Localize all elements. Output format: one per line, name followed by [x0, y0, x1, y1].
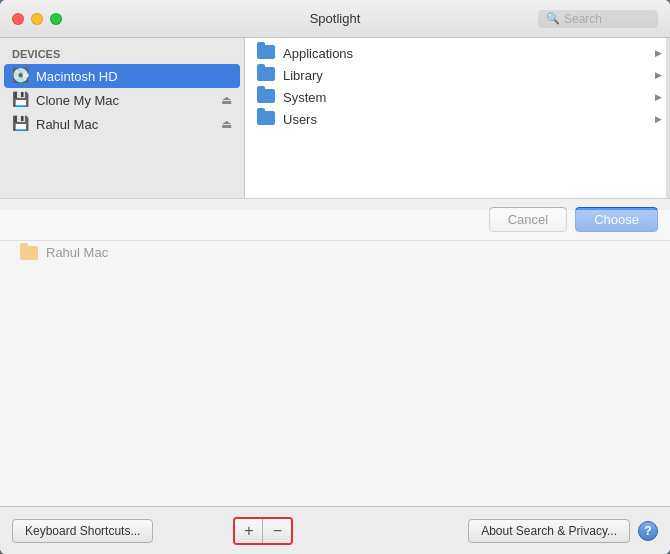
spotlight-search-placeholder: Search: [564, 12, 602, 26]
dialog-sidebar-item-clone-my-mac[interactable]: 💾 Clone My Mac ⏏: [4, 88, 240, 112]
spotlight-search-box[interactable]: 🔍 Search: [538, 10, 658, 28]
keyboard-shortcuts-button[interactable]: Keyboard Shortcuts...: [12, 519, 153, 543]
file-label: Users: [283, 112, 317, 127]
about-search-privacy-button[interactable]: About Search & Privacy...: [468, 519, 630, 543]
dialog-file-item-library[interactable]: Library: [245, 64, 670, 86]
disk-icon: 💾: [12, 91, 30, 109]
search-icon: 🔍: [546, 12, 560, 25]
maximize-button[interactable]: [50, 13, 62, 25]
file-label: System: [283, 90, 326, 105]
dialog-sidebar-item-macintosh-hd[interactable]: 💽 Macintosh HD: [4, 64, 240, 88]
traffic-lights: [12, 13, 62, 25]
add-button[interactable]: +: [235, 519, 263, 543]
folder-icon: [257, 111, 277, 127]
dialog-devices-label: Devices: [0, 46, 244, 64]
window-title: Spotlight: [310, 11, 361, 26]
file-label: Applications: [283, 46, 353, 61]
window: Spotlight 🔍 Search ▤ ‹ › ⊞ ☰ ▥ ⊟ 💽 Macin…: [0, 0, 670, 554]
bottom-right-buttons: About Search & Privacy... ?: [468, 519, 658, 543]
sidebar-item-label: Macintosh HD: [36, 69, 232, 84]
eject-icon: ⏏: [221, 117, 232, 131]
folder-icon: [257, 45, 277, 61]
sidebar-item-label: Clone My Mac: [36, 93, 217, 108]
dialog-sidebar: Devices 💽 Macintosh HD 💾 Clone My Mac ⏏ …: [0, 38, 245, 198]
folder-icon: [257, 89, 277, 105]
remove-button[interactable]: −: [263, 519, 291, 543]
bottom-bar: Keyboard Shortcuts... + − About Search &…: [0, 506, 670, 554]
dialog-file-list: Applications Library System: [245, 38, 670, 198]
dialog-file-item-applications[interactable]: Applications: [245, 42, 670, 64]
close-button[interactable]: [12, 13, 24, 25]
titlebar: Spotlight 🔍 Search: [0, 0, 670, 38]
help-button[interactable]: ?: [638, 521, 658, 541]
sidebar-item-label: Rahul Mac: [36, 117, 217, 132]
dialog-sidebar-item-rahul-mac[interactable]: 💾 Rahul Mac ⏏: [4, 112, 240, 136]
disk-icon: 💾: [12, 115, 30, 133]
add-remove-group: + −: [233, 517, 293, 545]
minimize-button[interactable]: [31, 13, 43, 25]
dialog-dim-overlay: [0, 210, 670, 506]
disk-icon: 💽: [12, 67, 30, 85]
eject-icon: ⏏: [221, 93, 232, 107]
dialog-file-item-system[interactable]: System: [245, 86, 670, 108]
dialog-content: Devices 💽 Macintosh HD 💾 Clone My Mac ⏏ …: [0, 38, 670, 198]
folder-icon: [257, 67, 277, 83]
file-label: Library: [283, 68, 323, 83]
dialog-file-item-users[interactable]: Users: [245, 108, 670, 130]
resize-handle[interactable]: [666, 38, 670, 198]
